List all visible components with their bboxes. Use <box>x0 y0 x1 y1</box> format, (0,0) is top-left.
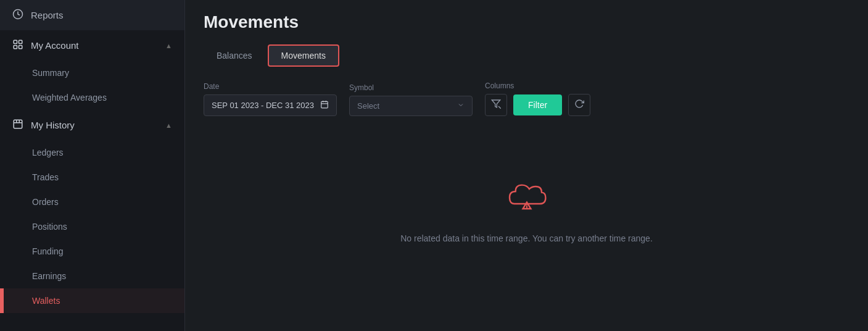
columns-label: Columns <box>485 82 590 90</box>
svg-rect-1 <box>14 40 17 43</box>
calendar-icon <box>320 100 329 111</box>
weighted-averages-label: Weighted Averages <box>32 93 107 103</box>
svg-rect-5 <box>14 120 22 128</box>
refresh-button[interactable] <box>568 94 590 116</box>
summary-label: Summary <box>32 68 69 78</box>
sidebar-item-funding[interactable]: Funding <box>0 239 184 264</box>
chevron-up-icon: ▲ <box>165 42 172 49</box>
svg-rect-3 <box>14 46 17 49</box>
symbol-placeholder: Select <box>357 101 379 111</box>
date-value: SEP 01 2023 - DEC 31 2023 <box>212 101 314 110</box>
sidebar-item-positions[interactable]: Positions <box>0 214 184 239</box>
history-icon <box>12 119 23 132</box>
svg-rect-4 <box>19 46 22 49</box>
empty-state-message: No related data in this time range. You … <box>400 233 653 243</box>
chevron-up-icon: ▲ <box>165 122 172 129</box>
tab-balances[interactable]: Balances <box>204 44 265 67</box>
tab-movements[interactable]: Movements <box>268 44 339 67</box>
symbol-filter-group: Symbol Select <box>349 83 473 116</box>
sidebar-item-label: Reports <box>31 10 64 20</box>
svg-rect-2 <box>19 40 22 43</box>
date-filter-group: Date SEP 01 2023 - DEC 31 2023 <box>204 82 337 116</box>
symbol-label: Symbol <box>349 83 473 92</box>
sidebar-item-summary[interactable]: Summary <box>0 61 184 85</box>
symbol-select[interactable]: Select <box>349 96 473 116</box>
empty-state-icon <box>502 172 552 224</box>
sidebar: Reports My Account ▲ Summary Weighted Av… <box>0 0 185 331</box>
main-content: Movements Balances Movements Date SEP 01… <box>185 0 868 331</box>
filter-row: Date SEP 01 2023 - DEC 31 2023 Symbol Se… <box>204 82 849 116</box>
date-input[interactable]: SEP 01 2023 - DEC 31 2023 <box>204 94 337 116</box>
tabs: Balances Movements <box>204 44 849 67</box>
filter-clear-button[interactable] <box>485 94 507 116</box>
filter-clear-icon <box>491 99 501 111</box>
refresh-icon <box>574 99 584 111</box>
svg-rect-9 <box>321 101 328 108</box>
sidebar-section-my-history[interactable]: My History ▲ <box>0 110 184 140</box>
chart-icon <box>12 9 23 22</box>
sidebar-item-weighted-averages[interactable]: Weighted Averages <box>0 85 184 110</box>
page-title: Movements <box>204 12 849 32</box>
sidebar-section-my-account[interactable]: My Account ▲ <box>0 30 184 61</box>
svg-line-14 <box>498 106 501 109</box>
sidebar-item-ledgers[interactable]: Ledgers <box>0 140 184 165</box>
svg-point-15 <box>526 204 527 205</box>
date-label: Date <box>204 82 337 91</box>
sidebar-section-label: My History <box>31 120 75 130</box>
sidebar-item-trades[interactable]: Trades <box>0 165 184 190</box>
filter-button[interactable]: Filter <box>513 94 562 115</box>
chevron-down-icon <box>457 101 465 111</box>
columns-section: Columns Filter <box>485 82 590 116</box>
columns-row: Filter <box>485 94 590 116</box>
sidebar-item-earnings[interactable]: Earnings <box>0 264 184 288</box>
empty-state: No related data in this time range. You … <box>204 135 849 280</box>
sidebar-section-label: My Account <box>31 40 79 51</box>
sidebar-item-orders[interactable]: Orders <box>0 190 184 214</box>
sidebar-item-wallets[interactable]: Wallets <box>0 288 184 313</box>
account-icon <box>12 39 23 52</box>
sidebar-item-reports[interactable]: Reports <box>0 0 184 30</box>
